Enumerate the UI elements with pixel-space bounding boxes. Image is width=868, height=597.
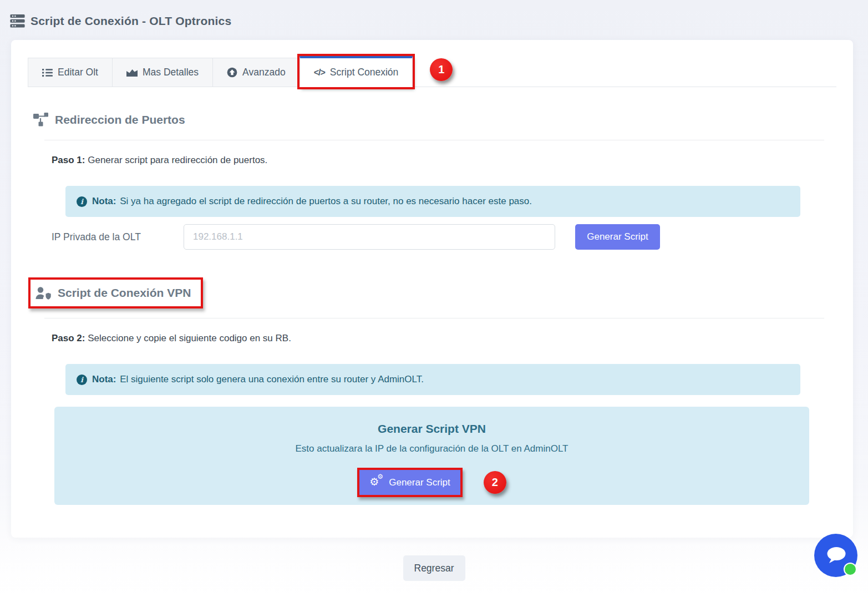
tab-editar-olt[interactable]: Editar Olt bbox=[28, 58, 113, 87]
vpn-panel-subtitle: Esto actualizara la IP de la configuraci… bbox=[54, 443, 809, 454]
divider bbox=[44, 318, 824, 318]
divider bbox=[44, 140, 824, 140]
info-circle-icon: i bbox=[77, 196, 87, 207]
ip-row: IP Privada de la OLT Generar Script bbox=[52, 224, 836, 250]
annotation-badge-2: 2 bbox=[484, 471, 506, 494]
online-status-dot bbox=[844, 563, 857, 576]
tab-mas-detalles[interactable]: Mas Detalles bbox=[112, 58, 213, 87]
vpn-panel: Generar Script VPN Esto actualizara la I… bbox=[54, 407, 809, 505]
chart-area-icon bbox=[126, 68, 138, 77]
user-shield-icon bbox=[35, 287, 51, 300]
tab-avanzado[interactable]: Avanzado bbox=[212, 58, 300, 87]
footer: Regresar bbox=[0, 555, 868, 581]
annotation-badge-1: 1 bbox=[430, 58, 453, 81]
annotation-box-2: ⚙⚙ Generar Script bbox=[357, 468, 463, 497]
gears-icon: ⚙⚙ bbox=[369, 477, 384, 488]
step-1-text: Paso 1: Generar script para redirección … bbox=[52, 155, 836, 166]
note-text: Nota: Si ya ha agregado el script de red… bbox=[92, 196, 532, 207]
network-diagram-icon bbox=[33, 113, 48, 127]
vpn-panel-button-row: ⚙⚙ Generar Script 2 bbox=[54, 468, 809, 497]
ip-input[interactable] bbox=[184, 224, 555, 250]
back-button[interactable]: Regresar bbox=[403, 555, 465, 581]
ip-label: IP Privada de la OLT bbox=[52, 231, 184, 243]
chat-launcher-button[interactable] bbox=[814, 534, 857, 577]
vpn-panel-title: Generar Script VPN bbox=[54, 422, 809, 436]
section-title: Script de Conexión VPN bbox=[58, 286, 191, 300]
arrow-circle-up-icon bbox=[227, 67, 237, 78]
generate-vpn-script-button[interactable]: ⚙⚙ Generar Script bbox=[359, 470, 460, 495]
tab-label: Script Conexión bbox=[330, 67, 399, 78]
tab-script-conexion[interactable]: </> Script Conexión bbox=[300, 56, 413, 87]
vpn-section-heading: Script de Conexión VPN bbox=[28, 277, 203, 308]
chat-bubble-icon bbox=[825, 545, 847, 565]
port-note: i Nota: Si ya ha agregado el script de r… bbox=[65, 186, 800, 217]
page-header: Script de Conexión - OLT Optronics bbox=[0, 0, 868, 28]
note-text: Nota: El siguiente script solo genera un… bbox=[92, 374, 424, 385]
info-circle-icon: i bbox=[77, 375, 87, 385]
step-2-text: Paso 2: Seleccione y copie el siguiente … bbox=[52, 333, 836, 344]
tab-label: Mas Detalles bbox=[143, 67, 199, 78]
port-section-heading: Redireccion de Puertos bbox=[33, 113, 836, 127]
main-card: Editar Olt Mas Detalles Avanzado </> Scr… bbox=[11, 40, 853, 538]
tab-bar: Editar Olt Mas Detalles Avanzado </> Scr… bbox=[28, 56, 836, 87]
code-icon: </> bbox=[314, 68, 325, 78]
server-icon bbox=[10, 14, 25, 28]
generate-port-script-button[interactable]: Generar Script bbox=[575, 224, 660, 250]
tab-label: Avanzado bbox=[242, 67, 286, 78]
section-title: Redireccion de Puertos bbox=[55, 113, 185, 127]
vpn-note: i Nota: El siguiente script solo genera … bbox=[65, 364, 800, 395]
list-icon bbox=[42, 68, 53, 77]
page-title: Script de Conexión - OLT Optronics bbox=[31, 14, 231, 28]
tab-label: Editar Olt bbox=[58, 67, 98, 78]
